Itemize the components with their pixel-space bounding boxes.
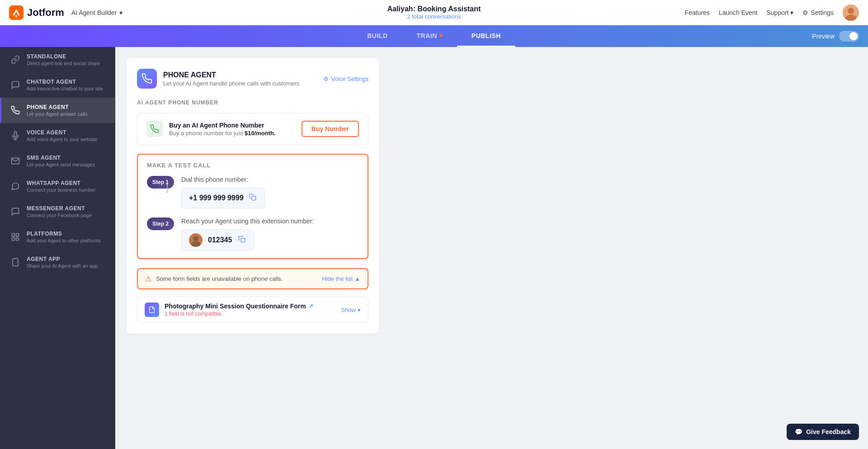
- steps-container: Step 1 Dial this phone number: +1 999 99…: [147, 176, 359, 251]
- card-header: PHONE AGENT Let your AI Agent handle pho…: [137, 69, 368, 89]
- sidebar: STANDALONE Direct agent link and social …: [0, 47, 115, 449]
- svg-point-19: [193, 236, 198, 241]
- ai-agent-builder-button[interactable]: AI Agent Builder ▾: [71, 9, 123, 16]
- sidebar-item-phone[interactable]: PHONE AGENT Let your Agent answer calls: [0, 98, 115, 123]
- platforms-title: PLATFORMS: [27, 231, 101, 237]
- show-form-button[interactable]: Show ▾: [341, 307, 361, 313]
- give-feedback-button[interactable]: 💬 Give Feedback: [787, 424, 859, 440]
- user-avatar[interactable]: [843, 5, 859, 21]
- step-dashes: [167, 184, 168, 193]
- whatsapp-desc: Connect your business number: [27, 187, 95, 193]
- top-navbar: Jotform AI Agent Builder ▾ Aaliyah: Book…: [0, 0, 868, 25]
- features-link[interactable]: Features: [685, 9, 710, 16]
- preview-toggle[interactable]: [839, 31, 859, 42]
- tab-build[interactable]: BUILD: [353, 25, 402, 47]
- main-layout: STANDALONE Direct agent link and social …: [0, 47, 868, 449]
- sidebar-item-chatbot[interactable]: CHATBOT AGENT Add interactive chatbot to…: [0, 72, 115, 98]
- tab-train[interactable]: TRAIN: [402, 25, 457, 47]
- preview-label: Preview: [812, 33, 835, 40]
- tab-bar-right: Preview: [812, 31, 859, 42]
- tab-bar: BUILD TRAIN PUBLISH Preview: [0, 25, 868, 47]
- support-link[interactable]: Support ▾: [766, 9, 793, 16]
- phone-desc: Let your Agent answer calls: [27, 111, 88, 117]
- buy-number-button[interactable]: Buy Number: [302, 121, 359, 137]
- sidebar-item-agentapp[interactable]: AGENT APP Share your AI Agent with an ap…: [0, 250, 115, 275]
- phone-number-display: +1 999 999 9999: [181, 188, 265, 208]
- copy-extension-button[interactable]: [237, 235, 246, 246]
- chatbot-title: CHATBOT AGENT: [27, 79, 103, 85]
- voice-title: VOICE AGENT: [27, 129, 98, 136]
- messenger-desc: Connect your Facebook page: [27, 213, 92, 218]
- sms-desc: Let your Agent send messages: [27, 162, 95, 167]
- link-icon: [10, 55, 20, 65]
- chevron-down-icon: ▾: [119, 9, 123, 16]
- launch-event-link[interactable]: Launch Event: [719, 9, 758, 16]
- svg-rect-13: [16, 238, 19, 241]
- hide-list-button[interactable]: Hide the list ▲: [322, 275, 360, 282]
- train-dot: [439, 34, 443, 37]
- voice-desc: Add voice Agent to your website: [27, 137, 98, 142]
- app-icon: [10, 257, 20, 267]
- agentapp-title: AGENT APP: [27, 256, 98, 262]
- whatsapp-icon: [10, 181, 20, 191]
- nav-center: Aaliyah: Booking Assistant 2 total conve…: [387, 5, 481, 20]
- phone-icon: [10, 105, 20, 115]
- svg-rect-21: [241, 238, 245, 242]
- sidebar-item-voice[interactable]: VOICE AGENT Add voice Agent to your webs…: [0, 123, 115, 148]
- content-area: PHONE AGENT Let your AI Agent handle pho…: [115, 47, 868, 449]
- phone-number-text: +1 999 999 9999: [189, 194, 244, 202]
- test-call-title: MAKE A TEST CALL: [147, 162, 359, 169]
- chat-icon: [10, 80, 20, 90]
- form-item-icon: [145, 302, 159, 317]
- sidebar-item-messenger[interactable]: MESSENGER AGENT Connect your Facebook pa…: [0, 199, 115, 224]
- form-compatibility: 1 field is not compatible.: [165, 311, 313, 317]
- sidebar-item-sms[interactable]: SMS AGENT Let your Agent send messages: [0, 148, 115, 174]
- buy-phone-title: Buy an AI Agent Phone Number: [169, 122, 276, 129]
- warning-icon: ⚠: [145, 274, 151, 283]
- phone-section-title: AI AGENT PHONE NUMBER: [137, 99, 368, 106]
- chevron-down-icon: ▾: [358, 307, 361, 313]
- settings-button[interactable]: ⚙ Settings: [802, 9, 834, 16]
- sidebar-item-whatsapp[interactable]: WHATSAPP AGENT Connect your business num…: [0, 174, 115, 199]
- svg-point-2: [15, 15, 17, 17]
- svg-rect-17: [252, 196, 256, 200]
- tab-publish[interactable]: PUBLISH: [457, 25, 515, 47]
- logo: Jotform: [9, 5, 64, 20]
- sidebar-item-standalone[interactable]: STANDALONE Direct agent link and social …: [0, 47, 115, 72]
- card-desc: Let your AI Agent handle phone calls wit…: [163, 80, 299, 87]
- step-1-label: Dial this phone number:: [181, 176, 359, 183]
- nav-left: Jotform AI Agent Builder ▾: [9, 5, 123, 20]
- svg-rect-0: [9, 5, 24, 20]
- standalone-desc: Direct agent link and social share: [27, 61, 100, 66]
- step-2-badge: Step 2: [147, 217, 174, 230]
- external-link-icon: ↗: [309, 303, 313, 309]
- phone-agent-icon: [137, 69, 157, 89]
- svg-rect-12: [16, 234, 19, 236]
- messenger-icon: [10, 207, 20, 217]
- sidebar-item-platforms[interactable]: PLATFORMS Add your Agent to other platfo…: [0, 224, 115, 250]
- form-item: Photography Mini Session Questionnaire F…: [137, 297, 368, 323]
- step-2-row: Step 2 Reach your Agent using this exten…: [147, 217, 359, 251]
- voice-settings-button[interactable]: ⚙ Voice Settings: [323, 76, 368, 82]
- form-title: Photography Mini Session Questionnaire F…: [165, 302, 313, 310]
- svg-rect-14: [12, 238, 15, 241]
- whatsapp-title: WHATSAPP AGENT: [27, 180, 95, 186]
- copy-phone-button[interactable]: [248, 193, 257, 203]
- chevron-down-icon: ▾: [790, 9, 793, 16]
- mic-icon: [10, 131, 20, 141]
- platforms-icon: [10, 232, 20, 242]
- jotform-logo-icon: [9, 5, 24, 20]
- extension-number: 012345: [208, 236, 232, 244]
- phone-number-box: Buy an AI Agent Phone Number Buy a phone…: [137, 113, 368, 145]
- svg-point-4: [848, 8, 854, 14]
- agent-avatar: [189, 233, 203, 247]
- chevron-up-icon: ▲: [354, 275, 360, 282]
- gear-icon: ⚙: [323, 76, 329, 82]
- warning-text: Some form fields are unavailable on phon…: [156, 275, 317, 282]
- phone-title: PHONE AGENT: [27, 104, 88, 110]
- buy-phone-desc: Buy a phone number for just $10/month.: [169, 130, 276, 137]
- warning-box: ⚠ Some form fields are unavailable on ph…: [137, 268, 368, 289]
- phone-number-section: AI AGENT PHONE NUMBER Buy an AI Agent Ph…: [137, 99, 368, 145]
- page-subtitle: 2 total conversations: [387, 13, 481, 20]
- avatar-image: [843, 5, 859, 21]
